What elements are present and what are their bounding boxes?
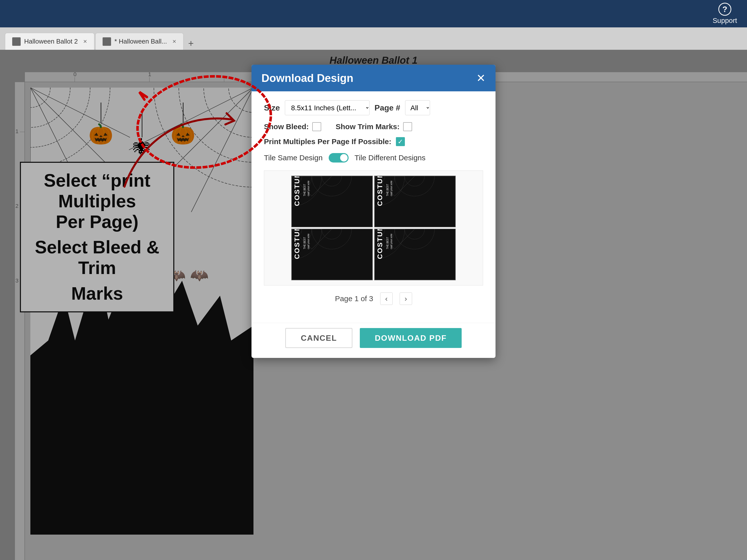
print-multiples-row: Print Multiples Per Page If Possible: ✓: [264, 137, 483, 146]
svg-rect-71: [375, 229, 455, 280]
support-button[interactable]: ? Support: [713, 3, 737, 25]
top-bar: ? Support: [0, 0, 747, 27]
tile-toggle[interactable]: [329, 153, 349, 162]
show-bleed-item: Show Bleed:: [264, 122, 321, 131]
svg-text:COSTUME: COSTUME: [293, 176, 301, 206]
svg-text:cast your vote: cast your vote: [307, 181, 310, 196]
cancel-button[interactable]: CANCEL: [285, 328, 352, 348]
show-trim-item: Show Trim Marks:: [336, 122, 412, 131]
svg-text:THE BEST: THE BEST: [303, 237, 306, 249]
size-page-row: Size 8.5x11 Inches (Lett... Page # All 1…: [264, 100, 483, 115]
tab-icon-2: [103, 37, 111, 46]
show-trim-checkbox[interactable]: [403, 122, 412, 131]
svg-text:COSTUME: COSTUME: [376, 176, 384, 206]
svg-text:cast your vote: cast your vote: [390, 234, 393, 249]
show-trim-label: Show Trim Marks:: [336, 123, 400, 131]
tab-halloween-ball[interactable]: * Halloween Ball... ×: [95, 33, 183, 50]
svg-text:THE BEST: THE BEST: [386, 184, 389, 196]
show-bleed-label: Show Bleed:: [264, 123, 309, 131]
svg-rect-45: [375, 176, 455, 227]
svg-text:cast your vote: cast your vote: [390, 181, 393, 196]
tile-same-label: Tile Same Design: [264, 154, 323, 162]
support-label: Support: [713, 17, 737, 25]
preview-cell-3: COSTUME THE BEST cast your vote: [291, 229, 373, 280]
download-pdf-button[interactable]: DOWNLOAD PDF: [360, 328, 462, 348]
svg-rect-58: [292, 229, 372, 280]
add-tab-button[interactable]: +: [184, 37, 198, 50]
page-hash-label: Page #: [375, 103, 400, 112]
download-dialog: Download Design ✕ Size 8.5x11 Inches (Le…: [252, 65, 495, 358]
preview-area: COSTUME THE BEST cast your vote: [264, 170, 483, 286]
print-multiples-label: Print Multiples Per Page If Possible:: [264, 137, 391, 146]
support-icon: ?: [718, 3, 731, 16]
preview-cell-4: COSTUME THE BEST cast your vote: [374, 229, 456, 280]
next-page-button[interactable]: ›: [400, 292, 412, 305]
tab-bar: Halloween Ballot 2 × * Halloween Ball...…: [0, 27, 747, 50]
tab-icon-1: [12, 37, 21, 46]
canvas-area: 0 1 2 1 2 3 Halloween Ballot 1 5 x 3.5 i…: [0, 50, 747, 560]
modal-title: Download Design: [261, 72, 353, 84]
svg-rect-32: [292, 176, 372, 227]
preview-cell-1: COSTUME THE BEST cast your vote: [291, 176, 373, 227]
svg-text:cast your vote: cast your vote: [307, 234, 310, 249]
size-label: Size: [264, 103, 280, 112]
svg-text:COSTUME: COSTUME: [376, 229, 384, 259]
prev-page-button[interactable]: ‹: [380, 292, 393, 305]
show-bleed-checkbox[interactable]: [312, 122, 321, 131]
modal-body: Size 8.5x11 Inches (Lett... Page # All 1…: [252, 91, 495, 323]
svg-text:COSTUME: COSTUME: [293, 229, 301, 259]
page-info: Page 1 of 3: [335, 294, 373, 303]
size-select[interactable]: 8.5x11 Inches (Lett...: [285, 100, 369, 115]
tab-halloween-ballot-2[interactable]: Halloween Ballot 2 ×: [5, 33, 94, 50]
pagination-row: Page 1 of 3 ‹ ›: [264, 292, 483, 305]
tile-different-label: Tile Different Designs: [355, 154, 426, 162]
print-multiples-checkbox[interactable]: ✓: [396, 137, 405, 146]
svg-text:THE BEST: THE BEST: [386, 237, 389, 249]
tile-toggle-row: Tile Same Design Tile Different Designs: [264, 153, 483, 162]
modal-overlay: Download Design ✕ Size 8.5x11 Inches (Le…: [0, 50, 747, 560]
tab-label-2: * Halloween Ball...: [114, 37, 167, 45]
tab-close-1[interactable]: ×: [83, 37, 87, 45]
bleed-trim-row: Show Bleed: Show Trim Marks:: [264, 122, 483, 131]
modal-header: Download Design ✕: [252, 65, 495, 91]
svg-text:THE BEST: THE BEST: [303, 184, 306, 196]
preview-cell-2: COSTUME THE BEST cast your vote: [374, 176, 456, 227]
modal-footer: CANCEL DOWNLOAD PDF: [252, 323, 495, 358]
modal-close-button[interactable]: ✕: [476, 72, 486, 84]
page-select[interactable]: All 1 2 3: [405, 100, 430, 115]
preview-grid: COSTUME THE BEST cast your vote: [291, 176, 456, 280]
tab-label-1: Halloween Ballot 2: [24, 37, 78, 45]
tab-close-2[interactable]: ×: [173, 37, 176, 45]
toggle-thumb: [340, 154, 347, 162]
